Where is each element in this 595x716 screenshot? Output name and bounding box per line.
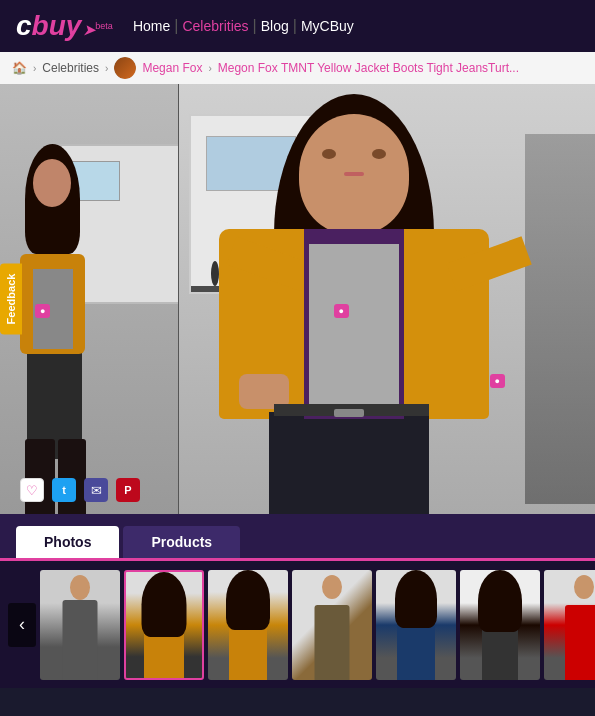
favorite-button[interactable]: ♡ xyxy=(20,478,44,502)
image-tag-right-1[interactable]: ● xyxy=(490,374,505,388)
prev-nav-button[interactable]: ‹ xyxy=(8,603,36,647)
header: cbuy➤ beta Home | Celebrities | Blog | M… xyxy=(0,0,595,52)
logo-beta: beta xyxy=(95,21,113,31)
tab-photos[interactable]: Photos xyxy=(16,526,119,558)
feedback-tab[interactable]: Feedback xyxy=(0,264,22,335)
logo-c: c xyxy=(16,10,32,41)
social-icons-group: ♡ t ✉ P xyxy=(20,478,140,502)
nav-celebrities[interactable]: Celebrities xyxy=(182,18,248,34)
logo-buy: buy xyxy=(32,10,82,41)
thumbnail-3[interactable] xyxy=(208,570,288,680)
tab-products[interactable]: Products xyxy=(123,526,240,558)
breadcrumb-sep-1: › xyxy=(33,63,36,74)
logo-arrow-icon: ➤ xyxy=(83,22,95,38)
tabs-section: Photos Products xyxy=(0,514,595,558)
nav-divider-1: | xyxy=(174,17,178,35)
breadcrumb-sep-3: › xyxy=(208,63,211,74)
avatar-image xyxy=(114,57,136,79)
logo[interactable]: cbuy➤ beta xyxy=(16,10,113,42)
main-image-area: Feedback xyxy=(0,84,595,514)
avatar xyxy=(114,57,136,79)
thumbnail-2[interactable] xyxy=(124,570,204,680)
twitter-share-button[interactable]: t xyxy=(52,478,76,502)
thumbnail-strip: ‹ › xyxy=(0,558,595,688)
image-tag-left[interactable]: ● xyxy=(35,304,50,318)
nav-mycbuy[interactable]: MyCBuy xyxy=(301,18,354,34)
figure-left xyxy=(15,144,115,484)
nav-divider-2: | xyxy=(253,17,257,35)
thumbnail-7[interactable] xyxy=(544,570,595,680)
logo-text: cbuy➤ xyxy=(16,10,95,42)
main-photo: ● xyxy=(0,84,595,514)
thumbnail-6[interactable] xyxy=(460,570,540,680)
breadcrumb-celebrities-link[interactable]: Celebrities xyxy=(42,61,99,75)
nav-divider-3: | xyxy=(293,17,297,35)
home-icon[interactable]: 🏠 xyxy=(12,61,27,75)
photo-left-panel: ● xyxy=(0,84,179,514)
email-share-button[interactable]: ✉ xyxy=(84,478,108,502)
thumbnail-1[interactable] xyxy=(40,570,120,680)
breadcrumb-celebrity-link[interactable]: Megan Fox xyxy=(142,61,202,75)
thumbnail-4[interactable] xyxy=(292,570,372,680)
breadcrumb-page-title: Megon Fox TMNT Yellow Jacket Boots Tight… xyxy=(218,61,519,75)
image-tag-right-2[interactable]: ● xyxy=(334,304,349,318)
nav-home[interactable]: Home xyxy=(133,18,170,34)
thumbnail-5[interactable] xyxy=(376,570,456,680)
breadcrumb-sep-2: › xyxy=(105,63,108,74)
figure-right xyxy=(209,94,549,514)
photo-right-panel: ● ● xyxy=(179,84,596,514)
breadcrumb: 🏠 › Celebrities › Megan Fox › Megon Fox … xyxy=(0,52,595,84)
pinterest-share-button[interactable]: P xyxy=(116,478,140,502)
nav-group: Home | Celebrities | Blog | MyCBuy xyxy=(133,17,354,35)
nav-blog[interactable]: Blog xyxy=(261,18,289,34)
